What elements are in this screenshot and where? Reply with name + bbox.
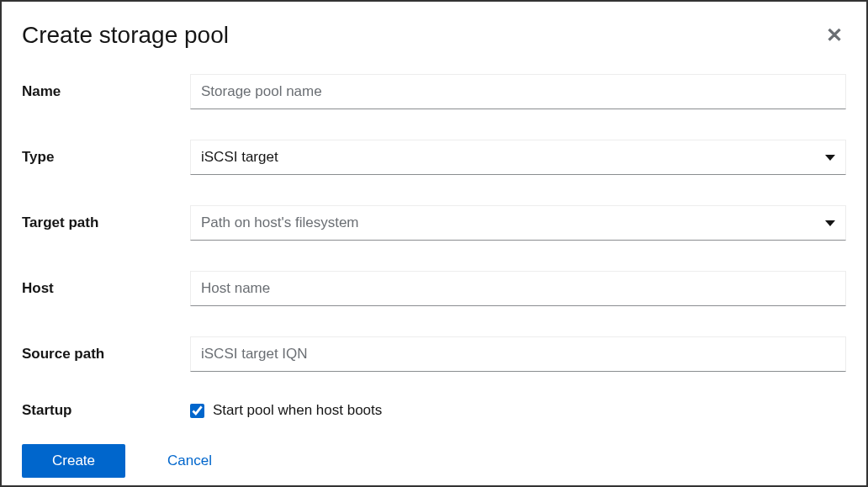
dialog-footer: Create Cancel	[22, 444, 846, 478]
name-input[interactable]	[190, 74, 846, 109]
form-row-type: Type iSCSI target	[22, 140, 846, 175]
startup-label: Startup	[22, 402, 190, 419]
type-select-value: iSCSI target	[201, 149, 278, 166]
form-row-target-path: Target path Path on host's filesystem	[22, 205, 846, 241]
host-input[interactable]	[190, 271, 846, 306]
target-path-placeholder: Path on host's filesystem	[201, 214, 359, 231]
source-path-input[interactable]	[190, 336, 846, 372]
cancel-button[interactable]: Cancel	[167, 453, 212, 469]
host-control	[190, 271, 846, 306]
dialog-header: Create storage pool ✕	[22, 22, 846, 49]
create-button[interactable]: Create	[22, 444, 125, 478]
host-label: Host	[22, 280, 190, 297]
create-storage-pool-dialog: Create storage pool ✕ Name Type iSCSI ta…	[2, 2, 866, 487]
type-select[interactable]: iSCSI target	[190, 140, 846, 175]
dialog-title: Create storage pool	[22, 22, 229, 49]
startup-checkbox[interactable]	[190, 404, 204, 418]
form-row-source-path: Source path	[22, 336, 846, 372]
source-path-control	[190, 336, 846, 372]
type-control: iSCSI target	[190, 140, 846, 175]
target-path-select[interactable]: Path on host's filesystem	[190, 205, 846, 241]
close-icon[interactable]: ✕	[823, 22, 846, 49]
form-row-name: Name	[22, 74, 846, 109]
name-label: Name	[22, 83, 190, 100]
target-path-label: Target path	[22, 214, 190, 231]
target-path-select-display: Path on host's filesystem	[190, 205, 846, 241]
startup-control: Start pool when host boots	[190, 402, 846, 419]
startup-checkbox-label: Start pool when host boots	[213, 402, 382, 419]
name-control	[190, 74, 846, 109]
startup-checkbox-wrapper: Start pool when host boots	[190, 402, 846, 419]
target-path-control: Path on host's filesystem	[190, 205, 846, 241]
type-select-display: iSCSI target	[190, 140, 846, 175]
chevron-down-icon	[825, 220, 835, 226]
form-row-startup: Startup Start pool when host boots	[22, 402, 846, 419]
chevron-down-icon	[825, 155, 835, 161]
type-label: Type	[22, 149, 190, 166]
form-row-host: Host	[22, 271, 846, 306]
source-path-label: Source path	[22, 346, 190, 363]
